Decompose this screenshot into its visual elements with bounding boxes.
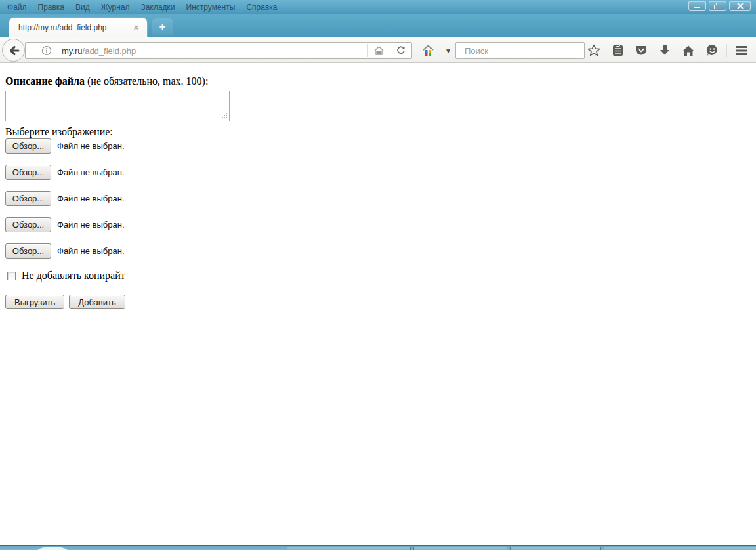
chat-button[interactable] — [700, 41, 724, 60]
menu-hamburger-button[interactable] — [730, 41, 753, 60]
browser-window: Файл Правка Вид Журнал Закладки Инструме… — [0, 0, 756, 550]
search-icon — [460, 46, 461, 56]
file-input-row: Обзор... Файл не выбран. — [5, 243, 125, 259]
dropdown-caret-icon[interactable]: ▼ — [440, 47, 456, 54]
file-status: Файл не выбран. — [57, 167, 125, 177]
description-textarea[interactable] — [5, 91, 230, 121]
browse-button[interactable]: Обзор... — [5, 217, 51, 232]
copyright-checkbox-label: Не добавлять копирайт — [22, 270, 125, 282]
refresh-button[interactable] — [390, 43, 411, 58]
submit-buttons-row: Выгрузить Добавить — [5, 295, 125, 309]
url-host: my.ru — [62, 46, 83, 56]
url-text[interactable]: my.ru/add_field.php — [62, 46, 368, 56]
close-icon — [737, 3, 744, 9]
taskbar-sliver — [0, 545, 756, 550]
home-colored-icon — [422, 45, 434, 56]
file-input-row: Обзор... Файл не выбран. — [5, 165, 125, 180]
menu-tools[interactable]: Инструменты — [184, 1, 238, 13]
restore-icon — [714, 3, 722, 9]
browse-button[interactable]: Обзор... — [5, 165, 51, 180]
info-icon[interactable] — [41, 45, 52, 56]
bookmarks-list-icon — [612, 44, 623, 56]
restore-button[interactable] — [709, 1, 726, 11]
window-controls — [688, 1, 751, 11]
url-path: /add_field.php — [83, 46, 136, 56]
search-input[interactable] — [465, 46, 580, 56]
file-status: Файл не выбран. — [57, 141, 125, 151]
refresh-icon — [396, 45, 406, 56]
menu-view[interactable]: Вид — [74, 1, 92, 13]
home-colored-button[interactable] — [417, 45, 440, 56]
downloads-button[interactable] — [653, 41, 677, 60]
pocket-icon — [635, 45, 648, 56]
description-label-bold: Описание файла — [5, 75, 85, 87]
menu-bar: Файл Правка Вид Журнал Закладки Инструме… — [0, 0, 756, 14]
back-button[interactable] — [2, 39, 25, 62]
active-tab[interactable]: http://my.ru/add_field.php ✕ — [9, 17, 148, 37]
close-button[interactable] — [729, 1, 751, 11]
page-home-icon — [373, 45, 385, 56]
start-orb-icon[interactable] — [37, 547, 68, 550]
menu-help[interactable]: Справка — [244, 1, 279, 13]
file-input-row: Обзор... Файл не выбран. — [5, 138, 125, 154]
menu-bookmarks[interactable]: Закладки — [139, 1, 177, 13]
taskbar-button[interactable] — [604, 547, 756, 550]
chat-smiley-icon — [706, 44, 719, 56]
search-box[interactable] — [455, 42, 585, 59]
bookmarks-list-button[interactable] — [606, 41, 629, 60]
file-input-row: Обзор... Файл не выбран. — [5, 217, 125, 232]
pocket-button[interactable] — [629, 41, 653, 60]
file-status: Файл не выбран. — [57, 220, 125, 230]
browse-button[interactable]: Обзор... — [5, 191, 51, 206]
copyright-checkbox[interactable] — [7, 272, 16, 280]
description-textarea-wrap — [5, 91, 230, 121]
plus-icon: + — [159, 20, 166, 33]
description-label-rest: (не обязательно, max. 100): — [85, 75, 208, 87]
file-status: Файл не выбран. — [57, 194, 125, 203]
star-icon — [587, 44, 600, 56]
download-icon — [659, 44, 671, 56]
hamburger-menu-icon — [735, 45, 748, 56]
tab-close-icon[interactable]: ✕ — [131, 22, 142, 33]
upload-button[interactable]: Выгрузить — [5, 295, 64, 309]
taskbar-button[interactable] — [510, 547, 601, 550]
home-icon — [682, 45, 695, 56]
minimize-button[interactable] — [688, 1, 706, 11]
menu-file[interactable]: Файл — [5, 1, 29, 13]
toolbar-action-icons — [582, 37, 753, 63]
taskbar-button[interactable] — [287, 547, 411, 550]
tab-bar: http://my.ru/add_field.php ✕ + — [0, 14, 756, 37]
copyright-checkbox-row: Не добавлять копирайт — [7, 270, 125, 282]
new-tab-button[interactable]: + — [152, 18, 173, 35]
taskbar-button[interactable] — [413, 547, 507, 550]
navigation-toolbar: my.ru/add_field.php — [0, 37, 756, 63]
menu-edit[interactable]: Правка — [36, 1, 67, 13]
browse-button[interactable]: Обзор... — [5, 138, 51, 154]
menu-history[interactable]: Журнал — [99, 1, 132, 13]
toolbar-separator — [726, 44, 727, 57]
description-label: Описание файла (не обязательно, max. 100… — [5, 75, 208, 87]
minimize-icon — [694, 3, 701, 9]
urlbar-actions — [368, 43, 411, 58]
file-status: Файл не выбран. — [57, 246, 125, 256]
urlbar-separator — [56, 44, 56, 57]
page-content: Описание файла (не обязательно, max. 100… — [0, 64, 756, 545]
back-icon — [7, 44, 20, 57]
home-button-group: ▼ — [417, 42, 456, 59]
page-home-button[interactable] — [368, 43, 390, 58]
browse-button[interactable]: Обзор... — [5, 243, 51, 259]
file-input-row: Обзор... Файл не выбран. — [5, 191, 125, 206]
url-bar[interactable]: my.ru/add_field.php — [25, 42, 412, 59]
bookmark-star-button[interactable] — [582, 41, 606, 60]
home-button[interactable] — [677, 41, 700, 60]
add-button[interactable]: Добавить — [69, 295, 125, 309]
tab-title: http://my.ru/add_field.php — [18, 23, 131, 32]
choose-image-label: Выберите изображение: — [5, 126, 113, 138]
